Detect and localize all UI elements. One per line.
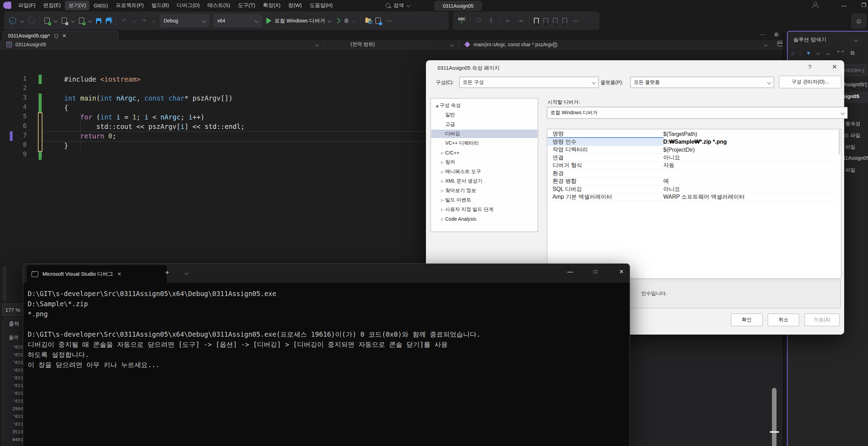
comment-icon[interactable]: 🗨 [475, 17, 483, 25]
code-line[interactable]: for (int i = 1; i < nArgc; i++) [64, 112, 205, 122]
output-scrollbar-thumb[interactable] [772, 388, 777, 446]
tab-overflow-icon[interactable]: ⋯ [760, 32, 765, 38]
minimize-button[interactable]: — [836, 0, 852, 11]
property-grid-row[interactable]: SQL 디버깅아니요 [548, 186, 838, 193]
code-line[interactable]: } [64, 141, 68, 150]
platform-dropdown[interactable]: 모든 플랫폼 [630, 77, 774, 88]
code-line[interactable]: { [64, 103, 68, 112]
find-in-files-icon[interactable] [365, 19, 371, 23]
menu-item[interactable]: Git(G) [90, 1, 111, 10]
dialog-property-tree[interactable]: ◢구성 속성일반고급디버깅VC++ 디렉터리▷C/C++▷링커▷매니페스트 도구… [430, 98, 538, 232]
editor-scrollbar-remnant[interactable] [3, 266, 6, 301]
navbar-project-dropdown[interactable]: ⁺⁺ 0311Assign05 [4, 41, 323, 48]
dialog-close-icon[interactable]: ✕ [832, 63, 837, 71]
ok-button[interactable]: 확인 [731, 314, 762, 326]
console-maximize-icon[interactable]: □ [594, 268, 597, 274]
redo-icon[interactable]: ↷ [140, 17, 148, 25]
dialog-tree-item[interactable]: ▷매니페스트 도구 [431, 167, 537, 176]
debugger-dropdown[interactable]: 로컬 Windows 디버거 [547, 107, 848, 119]
next-bookmark-icon[interactable] [553, 18, 558, 23]
menu-item[interactable]: 창(W) [285, 1, 305, 10]
navigate-forward-icon[interactable]: → [28, 17, 35, 24]
dialog-tree-item[interactable]: ▷C/C++ [431, 149, 537, 157]
switch-views-icon[interactable]: ⌂ [791, 50, 794, 56]
code-line[interactable]: return 0; [64, 131, 116, 141]
property-grid-row[interactable]: 작업 디렉터리$(ProjectDir) [548, 146, 838, 154]
add-item-icon[interactable]: + [79, 18, 84, 24]
menu-item[interactable]: 테스트(S) [204, 1, 234, 10]
console-minimize-icon[interactable]: — [567, 269, 573, 275]
debug-property-grid[interactable]: 명령$(TargetPath)명령 인수D:₩Sample₩*.zip *.pn… [547, 129, 841, 279]
clear-bookmarks-icon[interactable] [562, 18, 567, 23]
undo-icon[interactable]: ↶ [121, 17, 128, 25]
search-menu[interactable]: 검색 [386, 0, 410, 11]
dialog-tree-item[interactable]: 일반 [431, 111, 537, 119]
open-file-chevron-icon[interactable] [71, 19, 75, 22]
property-grid-row[interactable]: 명령 인수D:₩Sample₩*.zip *.png [548, 138, 838, 146]
new-tab-icon[interactable]: + [165, 269, 169, 277]
close-tab-icon[interactable]: ✕ [62, 33, 67, 39]
console-close-icon[interactable]: ✕ [619, 268, 624, 275]
user-account-icon[interactable] [812, 2, 819, 9]
pin-icon[interactable] [53, 33, 59, 39]
dialog-help-icon[interactable]: ? [808, 64, 811, 71]
menu-item[interactable]: 도구(T) [235, 1, 259, 10]
document-outline-icon[interactable] [375, 18, 381, 24]
start-debugging-button[interactable]: 로컬 Windows 디버거 [266, 18, 331, 24]
grid-scrollbar-thumb[interactable] [839, 130, 840, 155]
solution-configuration-dropdown[interactable]: Debug [160, 14, 209, 27]
add-item-chevron-icon[interactable] [88, 19, 92, 22]
new-file-icon[interactable]: + [45, 18, 50, 24]
collapse-all-icon[interactable]: ⌃⌃ [836, 50, 845, 56]
window-title-box[interactable]: 0311Assign05 [435, 1, 482, 11]
menu-item[interactable]: 프로젝트(P) [112, 1, 147, 10]
save-icon[interactable] [96, 18, 101, 23]
dialog-tree-item[interactable]: ▷찾아보기 정보 [431, 186, 537, 195]
configuration-manager-button[interactable]: 구성 관리자(O)... [779, 76, 841, 88]
tab-dropdown-chevron-icon[interactable] [184, 271, 188, 275]
solution-platform-dropdown[interactable]: x64 [213, 14, 262, 27]
spell-check-icon[interactable]: ABC✓ [458, 18, 466, 24]
property-grid-row[interactable]: 디버거 형식자동 [548, 162, 838, 170]
filter-chevron-icon[interactable] [816, 51, 820, 55]
dialog-tree-item[interactable]: ▷링커 [431, 158, 537, 166]
menu-item[interactable]: 파일(F) [15, 1, 39, 10]
open-file-icon[interactable]: ↑ [62, 18, 67, 24]
cancel-button[interactable]: 취소 [768, 314, 799, 326]
dialog-tree-item[interactable]: 고급 [431, 120, 537, 129]
menu-item[interactable]: 빌드(B) [148, 1, 172, 10]
document-tab-active[interactable]: 0311Assign05.cpp* ✕ [3, 31, 118, 40]
save-all-icon[interactable] [106, 18, 111, 23]
sync-with-active-document-icon[interactable]: ↔ [825, 50, 830, 56]
code-line[interactable]: #include <iostream> [64, 75, 140, 84]
back-dropdown-chevron-icon[interactable] [20, 19, 24, 22]
redo-chevron-icon[interactable] [152, 19, 156, 22]
output-source-label[interactable]: 출력 [9, 335, 19, 341]
menu-item[interactable]: 보기(V) [65, 1, 89, 10]
format-document-icon[interactable]: ⫼ [487, 17, 495, 25]
close-console-tab-icon[interactable]: ✕ [117, 271, 121, 277]
property-grid-row[interactable]: 환경 병합예 [548, 178, 838, 185]
menu-item[interactable]: 디버그(D) [173, 1, 203, 10]
dialog-tree-item[interactable]: ▷XML 문서 생성기 [431, 177, 537, 185]
property-grid-row[interactable]: 연결아니요 [548, 154, 838, 162]
decrease-indent-icon[interactable]: ⇤ [504, 17, 512, 25]
navbar-scope-dropdown[interactable]: (전역 범위) [324, 41, 457, 48]
dialog-tree-item[interactable]: VC++ 디렉터리 [431, 139, 537, 147]
configuration-dropdown[interactable]: 모든 구성 [459, 77, 599, 88]
dialog-tree-item[interactable]: ◢구성 속성 [431, 101, 537, 110]
console-title-bar[interactable]: Microsoft Visual Studio 디버그 ✕ + — □ ✕ [23, 264, 630, 283]
increase-indent-icon[interactable]: ⇥ [517, 17, 524, 25]
dialog-tree-item[interactable]: ▷사용자 지정 빌드 단계 [431, 205, 537, 214]
console-tab[interactable]: Microsoft Visual Studio 디버그 ✕ [27, 265, 167, 283]
dialog-tree-item[interactable]: ▷빌드 이벤트 [431, 196, 537, 204]
panel-chevron-icon[interactable] [854, 38, 858, 42]
navbar-function-dropdown[interactable]: main(int nArgc, const char * pszArgv[]) [461, 41, 773, 48]
editor-settings-gear-icon[interactable]: ⚙ [774, 32, 779, 38]
dialog-tree-item[interactable]: ▷Code Analysis [431, 215, 537, 223]
pending-changes-filter-icon[interactable]: ▼ [806, 50, 811, 56]
menu-item[interactable]: 확장(X) [259, 1, 284, 10]
hot-reload-chevron-icon[interactable] [353, 19, 357, 22]
previous-bookmark-icon[interactable] [543, 18, 548, 23]
property-grid-row[interactable]: 환경 [548, 170, 838, 178]
